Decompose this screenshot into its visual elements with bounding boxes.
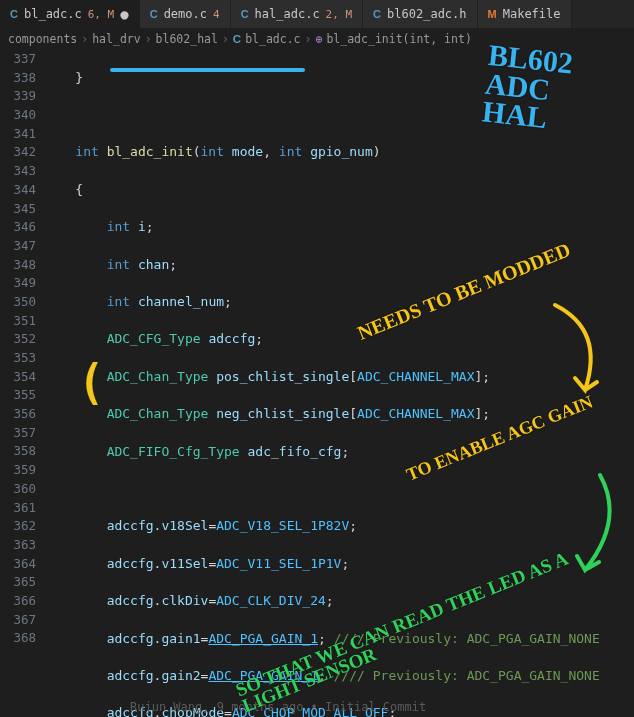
tab-filename: Makefile <box>503 7 561 21</box>
line-number: 354 <box>0 368 36 387</box>
tab-modified-suffix: 6, M <box>88 8 115 21</box>
tab-bar: C bl_adc.c 6, M ● C demo.c 4 C hal_adc.c… <box>0 0 634 28</box>
line-number: 360 <box>0 480 36 499</box>
chevron-right-icon: › <box>305 32 312 46</box>
function-icon: ⊕ <box>315 32 322 46</box>
line-number: 368 <box>0 629 36 648</box>
tab-filename: bl_adc.c <box>24 7 82 21</box>
line-number: 355 <box>0 386 36 405</box>
tab-filename: bl602_adc.h <box>387 7 466 21</box>
line-number: 350 <box>0 293 36 312</box>
line-number: 362 <box>0 517 36 536</box>
line-number: 361 <box>0 499 36 518</box>
line-number: 364 <box>0 555 36 574</box>
line-number: 359 <box>0 461 36 480</box>
line-number: 352 <box>0 330 36 349</box>
breadcrumb-part[interactable]: bl602_hal <box>156 32 218 46</box>
c-file-icon: C <box>10 8 18 20</box>
handwriting-bracket: ( <box>78 353 105 409</box>
chevron-right-icon: › <box>145 32 152 46</box>
line-number: 347 <box>0 237 36 256</box>
c-file-icon: C <box>150 8 158 20</box>
tab-hal-adc-c[interactable]: C hal_adc.c 2, M <box>231 0 363 28</box>
tab-bl602-adc-h[interactable]: C bl602_adc.h <box>363 0 477 28</box>
line-number: 341 <box>0 125 36 144</box>
line-number: 358 <box>0 442 36 461</box>
chevron-right-icon: › <box>222 32 229 46</box>
breadcrumb-file[interactable]: bl_adc.c <box>245 32 300 46</box>
dirty-dot-icon: ● <box>120 6 128 22</box>
handwriting-underline <box>110 68 305 72</box>
c-file-icon: C <box>233 33 241 45</box>
c-file-icon: C <box>241 8 249 20</box>
line-number: 363 <box>0 536 36 555</box>
line-number: 346 <box>0 218 36 237</box>
line-number: 365 <box>0 573 36 592</box>
code-content[interactable]: } int bl_adc_init(int mode, int gpio_num… <box>44 50 634 717</box>
line-number: 357 <box>0 424 36 443</box>
breadcrumb-part[interactable]: components <box>8 32 77 46</box>
line-number: 351 <box>0 312 36 331</box>
line-number: 344 <box>0 181 36 200</box>
breadcrumb-part[interactable]: hal_drv <box>92 32 140 46</box>
line-number: 345 <box>0 200 36 219</box>
line-number: 339 <box>0 87 36 106</box>
breadcrumb[interactable]: components › hal_drv › bl602_hal › C bl_… <box>0 28 634 50</box>
makefile-icon: M <box>488 8 497 20</box>
line-number: 338 <box>0 69 36 88</box>
git-blame-inline: Rujun Wang, 9 months ago • Initial Commi… <box>130 700 426 714</box>
chevron-right-icon: › <box>81 32 88 46</box>
c-file-icon: C <box>373 8 381 20</box>
line-number: 343 <box>0 162 36 181</box>
breadcrumb-symbol[interactable]: bl_adc_init(int, int) <box>326 32 471 46</box>
line-number: 340 <box>0 106 36 125</box>
tab-filename: demo.c <box>164 7 207 21</box>
line-number: 349 <box>0 274 36 293</box>
tab-modified-suffix: 2, M <box>326 8 353 21</box>
line-number: 348 <box>0 256 36 275</box>
tab-bl-adc-c[interactable]: C bl_adc.c 6, M ● <box>0 0 140 28</box>
line-number: 337 <box>0 50 36 69</box>
tab-modified-suffix: 4 <box>213 8 220 21</box>
line-number-gutter: 3373383393403413423433443453463473483493… <box>0 50 44 717</box>
line-number: 342 <box>0 143 36 162</box>
line-number: 356 <box>0 405 36 424</box>
tab-demo-c[interactable]: C demo.c 4 <box>140 0 231 28</box>
line-number: 366 <box>0 592 36 611</box>
tab-makefile[interactable]: M Makefile <box>478 0 572 28</box>
line-number: 367 <box>0 611 36 630</box>
line-number: 353 <box>0 349 36 368</box>
tab-filename: hal_adc.c <box>255 7 320 21</box>
